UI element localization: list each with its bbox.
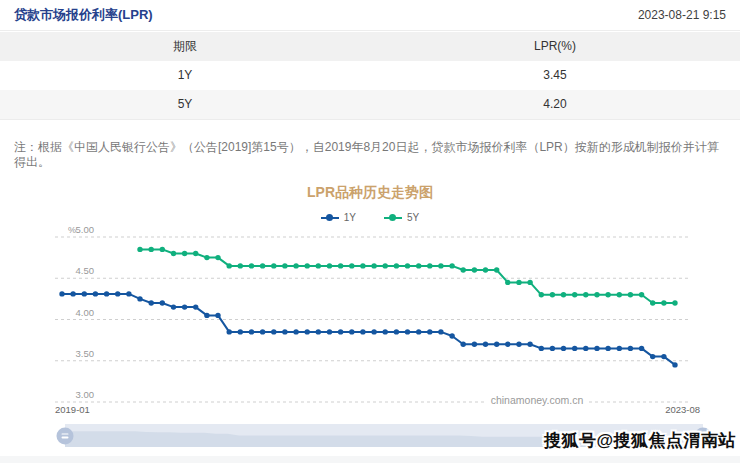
- legend-label-1y: 1Y: [344, 212, 356, 223]
- term-1y: 1Y: [0, 61, 370, 90]
- svg-text:4.00: 4.00: [76, 307, 95, 318]
- legend-marker-5y-icon: [384, 217, 402, 219]
- chart-title: LPR品种历史走势图: [0, 184, 740, 202]
- svg-text:chinamoney.com.cn: chinamoney.com.cn: [491, 394, 584, 406]
- svg-text:3.00: 3.00: [76, 389, 95, 400]
- svg-text:2023-08: 2023-08: [665, 404, 700, 415]
- slider-left-handle-icon[interactable]: [57, 427, 74, 444]
- sohu-watermark: 搜狐号@搜狐焦点渭南站: [544, 429, 736, 452]
- term-5y: 5Y: [0, 90, 370, 120]
- rate-1y: 3.45: [370, 61, 740, 90]
- table-header-row: 期限 LPR(%): [0, 32, 740, 61]
- svg-text:%: %: [68, 225, 76, 235]
- svg-text:5.00: 5.00: [76, 225, 95, 235]
- lpr-history-line-chart: 5.004.504.003.503.00%chinamoney.com.cn20…: [0, 225, 740, 417]
- legend-item-5y[interactable]: 5Y: [384, 212, 419, 223]
- page-title: 贷款市场报价利率(LPR): [14, 6, 153, 24]
- footnote: 注：根据《中国人民银行公告》（公告[2019]第15号），自2019年8月20日…: [14, 140, 730, 170]
- column-header-lpr: LPR(%): [370, 32, 740, 61]
- legend-item-1y[interactable]: 1Y: [321, 212, 356, 223]
- legend-label-5y: 5Y: [407, 212, 419, 223]
- legend-marker-1y-icon: [321, 217, 339, 219]
- svg-text:3.50: 3.50: [76, 348, 95, 359]
- table-row: 1Y 3.45: [0, 61, 740, 90]
- page-header: 贷款市场报价利率(LPR) 2023-08-21 9:15: [0, 0, 740, 31]
- svg-text:4.50: 4.50: [76, 265, 95, 276]
- rate-5y: 4.20: [370, 90, 740, 120]
- column-header-term: 期限: [0, 32, 370, 61]
- svg-text:2019-01: 2019-01: [55, 404, 90, 415]
- lpr-rate-table: 期限 LPR(%) 1Y 3.45 5Y 4.20: [0, 32, 740, 120]
- bottom-divider: [0, 456, 740, 463]
- update-timestamp: 2023-08-21 9:15: [638, 8, 726, 22]
- chart-legend: 1Y 5Y: [0, 212, 740, 223]
- table-row: 5Y 4.20: [0, 90, 740, 120]
